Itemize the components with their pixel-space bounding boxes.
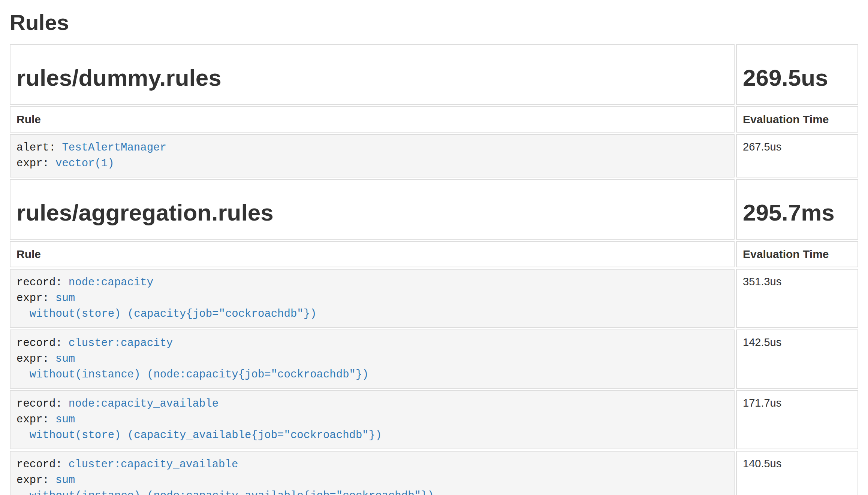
column-header-eval-time: Evaluation Time — [736, 241, 858, 267]
rule-code-line: expr:sum without(store) (capacity{job="c… — [16, 291, 728, 322]
rule-row: alert:TestAlertManager expr:vector(1) 26… — [10, 134, 858, 177]
rule-code-cell: record:node:capacity expr:sum without(st… — [10, 269, 735, 328]
rule-eval-time: 142.5us — [736, 330, 858, 389]
rule-key: expr: — [16, 474, 55, 486]
rules-page: Rules rules/dummy.rules 269.5us Rule Eva… — [0, 10, 868, 495]
column-header-row: Rule Evaluation Time — [10, 106, 858, 133]
rule-expr-link[interactable]: sum without(store) (capacity{job="cockro… — [16, 292, 317, 320]
rule-group-file-cell: rules/aggregation.rules — [10, 179, 735, 240]
rule-group-eval-total: 269.5us — [743, 65, 852, 91]
rule-group-eval-total: 295.7ms — [743, 200, 852, 225]
rule-key: expr: — [16, 413, 55, 426]
rule-code-cell: record:node:capacity_available expr:sum … — [10, 390, 735, 449]
rule-code-line: record:node:capacity_available — [16, 396, 728, 412]
rule-expr-link[interactable]: sum without(instance) (node:capacity_ava… — [16, 474, 434, 495]
rule-row: record:node:capacity_available expr:sum … — [10, 390, 858, 449]
record-name-link[interactable]: cluster:capacity_available — [69, 458, 238, 471]
rule-expr-link[interactable]: sum without(store) (capacity_available{j… — [16, 413, 382, 441]
column-header-row: Rule Evaluation Time — [10, 241, 858, 267]
rule-code-line: record:cluster:capacity — [16, 335, 728, 351]
rule-code-cell: record:cluster:capacity expr:sum without… — [10, 330, 735, 389]
rule-row: record:node:capacity expr:sum without(st… — [10, 269, 858, 328]
rule-group-header-row: rules/dummy.rules 269.5us — [10, 44, 858, 105]
rule-group-file: rules/aggregation.rules — [16, 200, 728, 225]
rule-code-line: record:cluster:capacity_available — [16, 457, 728, 473]
rule-group-header-row: rules/aggregation.rules 295.7ms — [10, 179, 858, 240]
page-title: Rules — [10, 10, 860, 34]
record-name-link[interactable]: node:capacity — [69, 276, 153, 289]
column-header-rule: Rule — [10, 106, 735, 133]
rule-code-line: expr:vector(1) — [16, 156, 728, 171]
rule-expr-link[interactable]: vector(1) — [55, 157, 114, 170]
rule-eval-time: 171.7us — [736, 390, 858, 449]
record-name-link[interactable]: cluster:capacity — [69, 337, 173, 349]
rule-code-line: record:node:capacity — [16, 275, 728, 291]
rule-code-line: expr:sum without(store) (capacity_availa… — [16, 412, 728, 443]
rule-group-eval-total-cell: 269.5us — [736, 44, 858, 105]
rule-eval-time: 351.3us — [736, 269, 858, 328]
rule-key: expr: — [16, 157, 55, 170]
record-name-link[interactable]: node:capacity_available — [69, 398, 218, 410]
rule-key: record: — [16, 458, 69, 471]
rule-code-line: alert:TestAlertManager — [16, 140, 728, 156]
rule-group-file: rules/dummy.rules — [16, 65, 728, 91]
rule-code-cell: record:cluster:capacity_available expr:s… — [10, 451, 735, 495]
rule-row: record:cluster:capacity_available expr:s… — [10, 451, 858, 495]
rule-group-eval-total-cell: 295.7ms — [736, 179, 858, 240]
rule-code-cell: alert:TestAlertManager expr:vector(1) — [10, 134, 735, 177]
rule-expr-link[interactable]: sum without(instance) (node:capacity{job… — [16, 353, 369, 381]
rule-key: record: — [16, 276, 69, 289]
rule-row: record:cluster:capacity expr:sum without… — [10, 330, 858, 389]
rule-key: alert: — [16, 142, 62, 154]
rule-key: record: — [16, 337, 69, 349]
rule-eval-time: 267.5us — [736, 134, 858, 177]
alert-name-link[interactable]: TestAlertManager — [62, 142, 166, 154]
column-header-eval-time: Evaluation Time — [736, 106, 858, 133]
rule-code-line: expr:sum without(instance) (node:capacit… — [16, 473, 728, 495]
rule-key: expr: — [16, 353, 55, 365]
rule-key: expr: — [16, 292, 55, 304]
rule-code-line: expr:sum without(instance) (node:capacit… — [16, 351, 728, 383]
rule-group-file-cell: rules/dummy.rules — [10, 44, 735, 105]
column-header-rule: Rule — [10, 241, 735, 267]
rule-key: record: — [16, 398, 69, 410]
rule-eval-time: 140.5us — [736, 451, 858, 495]
rules-table: rules/dummy.rules 269.5us Rule Evaluatio… — [8, 43, 860, 495]
